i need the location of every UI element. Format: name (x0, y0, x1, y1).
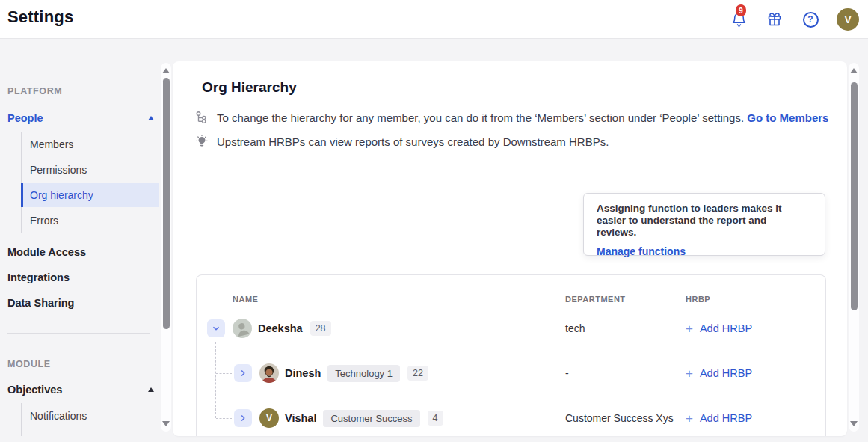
manage-functions-card: Assigning function to leaders makes it e… (583, 193, 825, 256)
column-header-hrbp: HRBP (686, 295, 710, 304)
chevron-right-icon (238, 413, 248, 423)
scroll-up-arrow-icon[interactable] (850, 68, 858, 73)
avatar (259, 363, 279, 383)
gift-icon (766, 10, 784, 28)
hrbp-cell: + Add HRBP (686, 412, 825, 425)
sidebar: PLATFORM People Members Permissions Org … (0, 39, 161, 442)
chevron-up-icon (148, 116, 154, 120)
notifications-button[interactable]: 9 (729, 10, 748, 29)
add-hrbp-button[interactable]: + Add HRBP (686, 367, 752, 380)
report-count-badge: 4 (428, 411, 443, 426)
note-text: To change the hierarchy for any member, … (217, 111, 828, 126)
note-text: Upstream HRBPs can view reports of surve… (217, 135, 609, 150)
sidebar-item-label: Integrations (7, 271, 70, 283)
sidebar-item-label: Module Access (7, 246, 86, 258)
topbar: Settings 9 ? V (0, 0, 868, 39)
sidebar-item-org-hierarchy[interactable]: Org hierarchy (21, 183, 159, 207)
member-name: Vishal (285, 412, 316, 424)
hrbp-cell: + Add HRBP (686, 322, 825, 335)
sidebar-item-label: People (7, 112, 43, 124)
table-row: Deeksha 28 tech + Add HRBP (197, 315, 825, 342)
profile-photo (259, 363, 279, 383)
hrbp-note: Upstream HRBPs can view reports of surve… (195, 135, 609, 150)
sidebar-item-data-sharing[interactable]: Data Sharing (7, 295, 154, 310)
add-hrbp-label: Add HRBP (700, 412, 752, 424)
sidebar-item-objectives[interactable]: Objectives (7, 382, 154, 397)
whats-new-button[interactable] (765, 10, 784, 29)
function-card-text: Assigning function to leaders makes it e… (597, 203, 806, 239)
sidebar-item-label: Notifications (30, 410, 87, 422)
chevron-up-icon (148, 387, 154, 392)
section-label-module: MODULE (7, 359, 51, 369)
hierarchy-icon (195, 111, 209, 124)
sidebar-scrollbar[interactable] (161, 63, 171, 432)
user-avatar[interactable]: V (837, 8, 859, 31)
department-cell: tech (565, 322, 686, 334)
sidebar-item-label: Objectives (7, 384, 62, 396)
note-body: To change the hierarchy for any member, … (217, 111, 744, 124)
member-name: Dinesh (285, 367, 321, 379)
function-tag: Customer Success (323, 410, 419, 427)
sidebar-item-integrations[interactable]: Integrations (7, 270, 154, 285)
hierarchy-note: To change the hierarchy for any member, … (195, 111, 828, 126)
scroll-down-arrow-icon[interactable] (162, 421, 170, 426)
plus-icon: + (686, 412, 693, 425)
hrbp-cell: + Add HRBP (686, 367, 825, 380)
main-scrollbar[interactable] (849, 63, 859, 432)
column-header-department: DEPARTMENT (565, 295, 626, 304)
sidebar-item-module-access[interactable]: Module Access (7, 245, 154, 260)
name-cell: Dinesh Technology 1 22 (197, 363, 565, 383)
sidebar-item-label: Org hierarchy (30, 189, 93, 201)
add-hrbp-label: Add HRBP (700, 322, 752, 334)
add-hrbp-button[interactable]: + Add HRBP (686, 412, 752, 425)
name-cell: Deeksha 28 (197, 319, 565, 338)
sidebar-divider (7, 333, 150, 334)
notification-badge: 9 (736, 4, 746, 16)
sidebar-item-notifications[interactable]: Notifications (21, 404, 159, 428)
function-tag: Technology 1 (327, 365, 400, 382)
chevron-down-icon (211, 323, 221, 334)
column-header-name: NAME (233, 295, 258, 304)
expand-row-button[interactable] (234, 364, 252, 382)
bulb-icon (195, 135, 209, 149)
plus-icon: + (686, 367, 693, 380)
name-cell: V Vishal Customer Success 4 (197, 408, 565, 428)
org-hierarchy-table: NAME DEPARTMENT HRBP (196, 274, 826, 436)
add-hrbp-label: Add HRBP (700, 367, 752, 379)
content-title: Org Hierarchy (202, 79, 297, 96)
scrollbar-thumb[interactable] (163, 78, 170, 329)
table-row: V Vishal Customer Success 4 Customer Suc… (197, 405, 825, 432)
person-placeholder-icon (233, 319, 252, 338)
department-cell: - (565, 367, 686, 379)
table-row: Dinesh Technology 1 22 - + Add HRBP (197, 360, 825, 387)
avatar (233, 319, 252, 338)
chevron-right-icon (238, 368, 248, 378)
sidebar-item-label: Data Sharing (7, 297, 74, 309)
scroll-up-arrow-icon[interactable] (162, 68, 170, 73)
help-icon: ? (803, 12, 819, 28)
sidebar-item-errors[interactable]: Errors (21, 209, 159, 233)
sidebar-item-label: Members (30, 138, 73, 150)
sidebar-item-permissions[interactable]: Permissions (21, 158, 159, 182)
plus-icon: + (686, 322, 693, 335)
topbar-icons: 9 ? V (729, 0, 859, 39)
member-name: Deeksha (258, 322, 303, 334)
manage-functions-link[interactable]: Manage functions (597, 245, 812, 257)
report-count-badge: 28 (310, 321, 331, 336)
department-cell: Customer Success Xys (565, 412, 686, 424)
sidebar-item-people[interactable]: People (7, 111, 154, 126)
sidebar-item-members[interactable]: Members (21, 132, 159, 156)
go-to-members-link[interactable]: Go to Members (747, 111, 828, 124)
sidebar-item-label: Permissions (30, 164, 87, 176)
section-label-platform: PLATFORM (7, 86, 62, 96)
help-button[interactable]: ? (801, 10, 820, 29)
add-hrbp-button[interactable]: + Add HRBP (686, 322, 752, 335)
page-title: Settings (7, 7, 73, 27)
scroll-down-arrow-icon[interactable] (850, 421, 858, 426)
scrollbar-thumb[interactable] (851, 82, 858, 310)
report-count-badge: 22 (407, 366, 428, 381)
expand-row-button[interactable] (234, 409, 252, 427)
sidebar-item-label: Errors (30, 215, 58, 227)
avatar: V (259, 408, 279, 428)
collapse-row-button[interactable] (207, 319, 225, 337)
